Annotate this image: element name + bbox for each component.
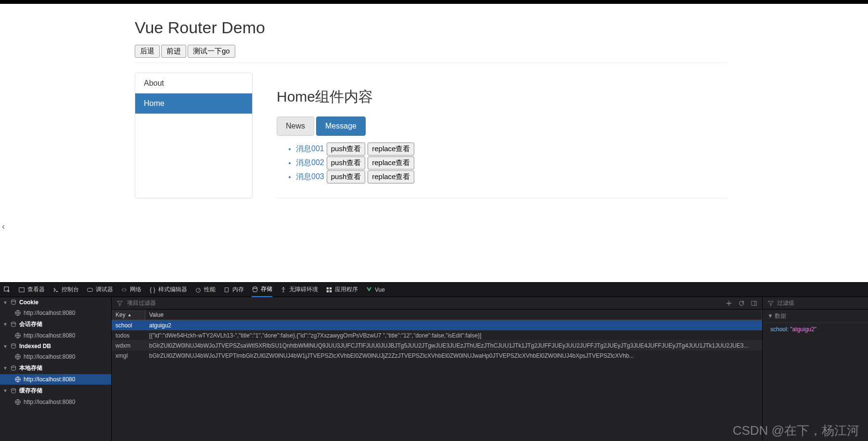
push-view-button[interactable]: push查看 (327, 170, 366, 183)
test-go-button[interactable]: 测试一下go (188, 45, 235, 58)
message-link[interactable]: 消息002 (296, 158, 324, 168)
replace-view-button[interactable]: replace查看 (368, 143, 414, 156)
side-nav: About Home (135, 73, 253, 198)
replace-view-button[interactable]: replace查看 (368, 156, 414, 169)
nav-button-row: 后退 前进 测试一下go (135, 45, 727, 63)
message-link[interactable]: 消息001 (296, 144, 324, 154)
push-view-button[interactable]: push查看 (327, 156, 366, 169)
sidenav-item-about[interactable]: About (135, 73, 252, 93)
back-button[interactable]: 后退 (135, 45, 160, 58)
push-view-button[interactable]: push查看 (327, 143, 366, 156)
forward-button[interactable]: 前进 (161, 45, 186, 58)
sub-tabs: News Message (277, 117, 727, 136)
tab-news[interactable]: News (277, 117, 314, 136)
main-panel: Home组件内容 News Message 消息001 push查看 repla… (277, 73, 727, 198)
home-heading: Home组件内容 (277, 87, 727, 107)
divider (277, 198, 727, 198)
message-link[interactable]: 消息003 (296, 172, 324, 182)
page-title: Vue Router Demo (135, 18, 727, 37)
sidenav-item-home[interactable]: Home (135, 93, 252, 114)
app-page: Vue Router Demo 后退 前进 测试一下go About Home … (0, 4, 736, 208)
message-list: 消息001 push查看 replace查看 消息002 push查看 repl… (277, 143, 727, 183)
replace-view-button[interactable]: replace查看 (368, 170, 414, 183)
window-top-border (0, 0, 868, 4)
list-item: 消息002 push查看 replace查看 (296, 156, 727, 169)
list-item: 消息001 push查看 replace查看 (296, 143, 727, 156)
list-item: 消息003 push查看 replace查看 (296, 170, 727, 183)
tab-message[interactable]: Message (316, 117, 366, 136)
content-row: About Home Home组件内容 News Message 消息001 p… (135, 73, 727, 198)
